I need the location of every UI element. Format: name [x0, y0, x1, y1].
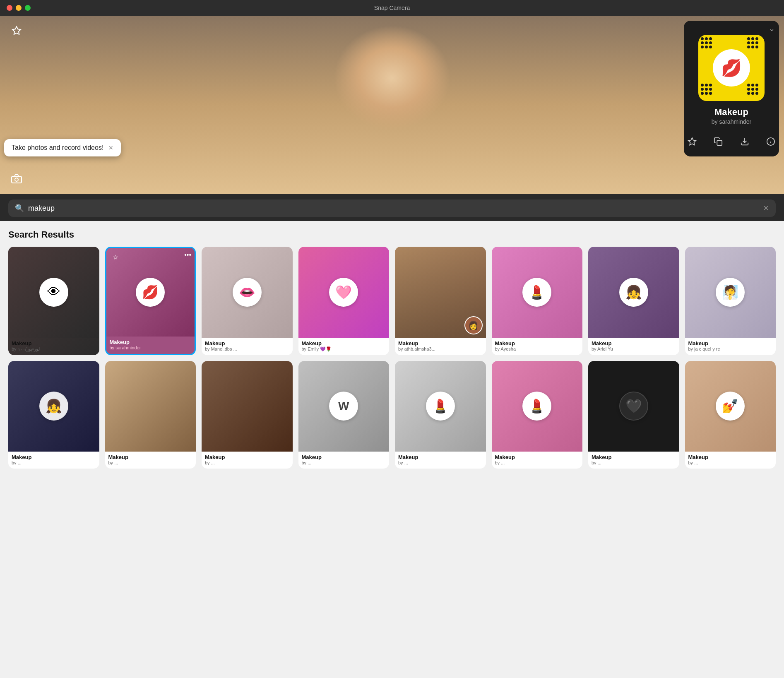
- lens-thumb-1: 👁: [8, 247, 99, 338]
- snap-download-button[interactable]: [736, 133, 753, 150]
- lens-card-10[interactable]: Makeup by ...: [105, 361, 196, 469]
- lens-icon-1: 👁: [39, 278, 68, 307]
- lens-card-4[interactable]: 🩷 Makeup by Emily 💜🌹: [298, 247, 390, 355]
- search-bar: 🔍 ✕: [8, 200, 776, 217]
- tooltip-close-button[interactable]: ✕: [108, 144, 113, 151]
- search-area: 🔍 ✕: [0, 194, 784, 221]
- lens-title-16: Makeup: [688, 454, 773, 460]
- snap-lens-emoji: 💋: [721, 58, 742, 78]
- lens-info-12: Makeup by ...: [298, 452, 390, 469]
- lens-card-14[interactable]: 💄 Makeup by ...: [492, 361, 583, 469]
- lens-card-7[interactable]: 👧 Makeup by Ariel Yu: [588, 247, 679, 355]
- lens-thumb-11: [202, 361, 293, 452]
- lens-card-8[interactable]: 🧖 Makeup by ja c quel y re: [685, 247, 776, 355]
- lens-info-15: Makeup by ...: [588, 452, 679, 469]
- snap-dots-bl: [701, 84, 716, 99]
- snap-card-title: Makeup: [684, 105, 779, 118]
- maximize-button[interactable]: [25, 5, 31, 11]
- lens-author-5: by athb.almsha3...: [398, 346, 483, 351]
- lens-title-10: Makeup: [108, 454, 193, 460]
- snap-card-author: by sarahminder: [684, 118, 779, 130]
- lens-icon-3: 👄: [233, 278, 262, 307]
- main-container: Take photos and record videos! ✕ ⌄: [0, 16, 784, 678]
- lens-title-13: Makeup: [398, 454, 483, 460]
- lens-icon-8: 🧖: [716, 278, 745, 307]
- snap-favorite-button[interactable]: [684, 133, 700, 150]
- snap-card-image-container: 💋: [684, 35, 779, 105]
- results-title: Search Results: [8, 229, 776, 240]
- lens-thumb-8: 🧖: [685, 247, 776, 338]
- lens-icon-7: 👧: [619, 278, 648, 307]
- snap-copy-button[interactable]: [710, 133, 727, 150]
- snap-card-actions: [684, 130, 779, 156]
- lens-icon-6: 💄: [522, 278, 551, 307]
- close-button[interactable]: [7, 5, 12, 11]
- lens-grid-row1: 👁 Makeup by لور•پور/۱۰۰ ☆ ••• 💋 Make: [8, 247, 776, 355]
- lens-card-5[interactable]: 👩 Makeup by athb.almsha3...: [395, 247, 486, 355]
- lens-info-7: Makeup by Ariel Yu: [588, 338, 679, 355]
- title-bar: Snap Camera: [0, 0, 784, 16]
- lens-thumb-5: 👩: [395, 247, 486, 338]
- svg-rect-4: [717, 140, 722, 145]
- lens-card-2[interactable]: ☆ ••• 💋 Makeup by sarahminder: [105, 247, 196, 355]
- lens-card-11[interactable]: Makeup by ...: [202, 361, 293, 469]
- lens-thumb-2: ☆ ••• 💋: [106, 248, 195, 337]
- lens-author-8: by ja c quel y re: [688, 346, 773, 351]
- minimize-button[interactable]: [16, 5, 22, 11]
- svg-rect-1: [12, 176, 22, 183]
- lens-thumb-13: 💄: [395, 361, 486, 452]
- search-input[interactable]: [28, 204, 759, 213]
- lens-author-12: by ...: [302, 460, 386, 465]
- snap-card-panel: ⌄: [684, 21, 779, 156]
- svg-marker-3: [688, 138, 696, 145]
- lens-title-9: Makeup: [12, 454, 96, 460]
- lens-star-2[interactable]: ☆: [110, 251, 121, 263]
- lens-thumb-14: 💄: [492, 361, 583, 452]
- favorite-button[interactable]: [8, 22, 25, 39]
- lens-author-13: by ...: [398, 460, 483, 465]
- lens-author-3: by Manel.dbs ...: [205, 346, 289, 351]
- lens-title-8: Makeup: [688, 340, 773, 346]
- lens-thumb-9: 👧: [8, 361, 99, 452]
- lens-author-10: by ...: [108, 460, 193, 465]
- lens-info-14: Makeup by ...: [492, 452, 583, 469]
- lens-more-2[interactable]: •••: [184, 251, 191, 259]
- lens-author-11: by ...: [205, 460, 289, 465]
- lens-card-9[interactable]: 👧 Makeup by ...: [8, 361, 99, 469]
- lens-title-7: Makeup: [592, 340, 676, 346]
- snap-card-header: ⌄: [684, 21, 779, 35]
- tooltip-bubble: Take photos and record videos! ✕: [4, 139, 121, 156]
- camera-capture-button[interactable]: [8, 171, 25, 187]
- lens-card-3[interactable]: 👄 Makeup by Manel.dbs ...: [202, 247, 293, 355]
- lens-card-15[interactable]: 🖤 Makeup by ...: [588, 361, 679, 469]
- lens-icon-15: 🖤: [619, 392, 648, 421]
- lens-author-2: by sarahminder: [110, 345, 192, 350]
- lens-thumb-3: 👄: [202, 247, 293, 338]
- lens-info-16: Makeup by ...: [685, 452, 776, 469]
- snap-dots-br: [747, 84, 762, 99]
- lens-author-7: by Ariel Yu: [592, 346, 676, 351]
- lens-info-13: Makeup by ...: [395, 452, 486, 469]
- lens-icon-9: 👧: [39, 392, 68, 421]
- lens-title-6: Makeup: [495, 340, 580, 346]
- lens-title-4: Makeup: [302, 340, 386, 346]
- lens-icon-16: 💅: [716, 392, 745, 421]
- lens-info-9: Makeup by ...: [8, 452, 99, 469]
- chevron-down-icon[interactable]: ⌄: [769, 24, 775, 33]
- lens-card-12[interactable]: W Makeup by ...: [298, 361, 390, 469]
- tooltip-text: Take photos and record videos!: [12, 144, 103, 151]
- lens-card-13[interactable]: 💄 Makeup by ...: [395, 361, 486, 469]
- lens-title-3: Makeup: [205, 340, 289, 346]
- lens-card-6[interactable]: 💄 Makeup by Ayesha: [492, 247, 583, 355]
- lens-thumb-7: 👧: [588, 247, 679, 338]
- lens-thumb-15: 🖤: [588, 361, 679, 452]
- search-clear-button[interactable]: ✕: [763, 204, 769, 213]
- lens-info-6: Makeup by Ayesha: [492, 338, 583, 355]
- lens-avatar-5: 👩: [464, 316, 483, 334]
- snap-info-button[interactable]: [763, 133, 779, 150]
- lens-card-16[interactable]: 💅 Makeup by ...: [685, 361, 776, 469]
- snap-dots-tl: [701, 37, 716, 52]
- svg-marker-0: [12, 26, 21, 34]
- lens-thumb-16: 💅: [685, 361, 776, 452]
- lens-card-1[interactable]: 👁 Makeup by لور•پور/۱۰۰: [8, 247, 99, 355]
